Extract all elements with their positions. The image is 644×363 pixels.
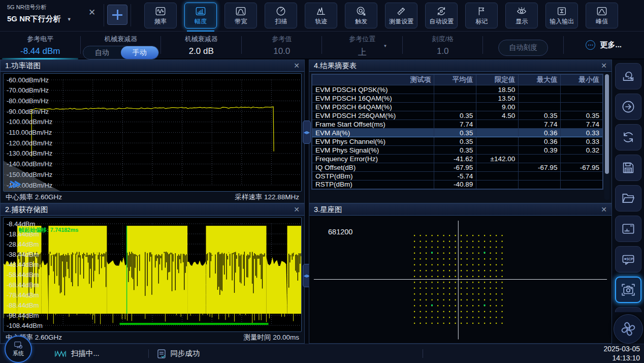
table-cell — [519, 103, 561, 111]
toolbar-button-input-output[interactable]: 输入输出 — [545, 3, 578, 28]
table-row[interactable]: OSTP(dBm)-5.74 — [312, 172, 603, 180]
scpi-command-icon: SCPI — [621, 252, 636, 267]
chevron-down-icon[interactable]: ▼ — [67, 17, 72, 22]
toolbar-button-display[interactable]: 显示 — [505, 3, 538, 28]
divider — [104, 4, 104, 26]
toolbar-button-frequency[interactable]: 频率 — [144, 3, 177, 28]
splitter-handle[interactable]: ◀▶ — [303, 120, 311, 144]
table-header-row: 测试项平均值限定值最大值最小值 — [312, 74, 603, 85]
expand-chevrons-icon[interactable]: ≫ — [8, 177, 20, 191]
toggle-option[interactable]: 手动 — [121, 46, 158, 59]
table-row[interactable]: Frequency Error(Hz)-41.62±142.00 — [312, 155, 603, 163]
table-cell: EVM Phys Channel(%) — [312, 137, 434, 146]
sidebar-button-partial[interactable] — [615, 307, 641, 312]
table-cell: OSTP(dBm) — [312, 172, 434, 180]
scan-status: 扫描中... — [54, 349, 100, 358]
panel-close-icon[interactable]: ✕ — [601, 205, 607, 214]
toolbar-buttons: 频率幅度带宽扫描轨迹触发测量设置自动设置标记显示输入输出峰值 — [144, 3, 618, 28]
table-cell: 7.74 — [519, 120, 561, 129]
param-cell-2[interactable]: 机械衰减器2.0 dB — [161, 32, 242, 58]
panel-capture-memory: 2.捕获存储图 ✕ -8.44dBm-18.44dBm-28.44dBm-38.… — [0, 203, 305, 344]
display-icon — [516, 6, 527, 17]
sidebar-button-scpi-command[interactable]: SCPI — [615, 246, 641, 273]
table-row[interactable]: EVM Phys Channel(%)0.350.360.33 — [312, 137, 603, 146]
table-row[interactable]: Frame Start Offset(ms)7.747.747.74 — [312, 120, 603, 129]
svg-text:-130.00dBm/Hz: -130.00dBm/Hz — [7, 149, 52, 157]
param-cell-0[interactable]: 参考电平-8.44 dBm — [0, 32, 81, 58]
capture-memory-plot[interactable]: -8.44dBm-18.44dBm-28.44dBm-38.44dBm-48.4… — [3, 217, 302, 332]
panel-close-icon[interactable]: ✕ — [601, 62, 607, 70]
measurement-selector[interactable]: 5G NR信号分析 5G NR下行分析 ▼ — [0, 0, 87, 24]
divider — [131, 4, 131, 26]
svg-text:-140.00dBm/Hz: -140.00dBm/Hz — [7, 160, 52, 168]
param-cell-3[interactable]: 参考值10.0 — [242, 32, 323, 58]
system-button-label: 系统 — [13, 350, 24, 357]
toolbar-button-sweep[interactable]: 扫描 — [265, 3, 297, 28]
param-label: 参考位置 — [322, 35, 403, 44]
table-row[interactable]: IQ Offset(dB)-67.95-67.95-67.95 — [312, 163, 603, 172]
sidebar-button-save-file[interactable] — [615, 155, 641, 181]
param-cell-4[interactable]: 参考位置上▼ — [322, 32, 403, 58]
table-cell: Frame Start Offset(ms) — [312, 120, 434, 129]
top-toolbar: 5G NR信号分析 5G NR下行分析 ▼ ✕ 频率幅度带宽扫描轨迹触发测量设置… — [0, 0, 644, 32]
more-button[interactable]: ⋯更多... — [564, 35, 644, 58]
add-measurement-button[interactable] — [107, 5, 127, 25]
peak-icon — [596, 6, 607, 17]
toolbar-button-measure-setup[interactable]: 测量设置 — [385, 3, 417, 28]
center-frequency-readout: 中心频率 2.60GHz — [6, 193, 62, 202]
table-row[interactable]: EVM PDSCH QPSK(%)18.50 — [312, 85, 603, 94]
table-cell — [519, 94, 561, 103]
table-row[interactable]: RSTP(dBm)-40.89 — [312, 180, 603, 189]
toolbar-button-trigger[interactable]: 触发 — [345, 3, 377, 28]
param-label: 机械衰减器 — [81, 35, 162, 44]
panel-splitter: ◀▶ ◀▶ — [305, 59, 309, 344]
toolbar-button-label: 测量设置 — [389, 17, 413, 26]
toolbar-button-bandwidth[interactable]: 带宽 — [224, 3, 257, 28]
panel-close-icon[interactable]: ✕ — [294, 62, 300, 70]
toolbar-button-auto-setup[interactable]: 自动设置 — [425, 3, 458, 28]
table-cell: 0.39 — [519, 146, 561, 155]
sync-doc-icon — [157, 349, 166, 359]
param-more[interactable]: ⋯更多... — [564, 32, 644, 58]
power-spectrum-plot[interactable]: -60.00dBm/Hz-70.00dBm/Hz-80.00dBm/Hz-90.… — [3, 73, 302, 192]
auto-scale-button[interactable]: 自动刻度 — [498, 40, 548, 56]
toolbar-button-amplitude[interactable]: 幅度 — [184, 3, 217, 28]
table-cell — [476, 120, 519, 129]
system-button[interactable]: 系统 — [5, 336, 32, 363]
attenuator-mode-toggle[interactable]: 自动手动 — [83, 46, 159, 59]
table-row[interactable]: EVM PDSCH 64QAM(%)9.00 — [312, 103, 603, 111]
toggle-option[interactable]: 自动 — [83, 46, 121, 59]
panel-close-icon[interactable]: ✕ — [294, 205, 300, 214]
constellation-plot[interactable]: 681200 — [309, 216, 611, 343]
close-measurement-icon[interactable]: ✕ — [88, 7, 95, 18]
trace-icon — [315, 6, 327, 17]
toolbar-button-label: 频率 — [154, 17, 167, 26]
sidebar-button-flower-logo[interactable] — [614, 314, 643, 344]
sidebar-button-open-folder[interactable] — [615, 185, 641, 211]
table-row[interactable]: EVM All(%)0.350.360.33 — [312, 129, 603, 137]
sidebar-button-sync-refresh[interactable] — [615, 124, 641, 150]
sidebar-button-recall-preset[interactable] — [615, 63, 641, 89]
table-row[interactable]: EVM Phys Signal(%)0.350.390.32 — [312, 146, 603, 155]
sidebar-button-display-window[interactable] — [615, 216, 641, 242]
table-cell — [434, 85, 476, 94]
divider — [423, 349, 423, 358]
table-cell — [561, 103, 603, 111]
toolbar-button-peak[interactable]: 峰值 — [586, 3, 618, 28]
sidebar-button-run-next[interactable] — [615, 94, 641, 120]
table-row[interactable]: EVM PDSCH 16QAM(%)13.50 — [312, 94, 603, 103]
table-scrollbar[interactable] — [604, 74, 609, 200]
toolbar-button-label: 带宽 — [235, 17, 247, 26]
param-cell-5[interactable]: 刻度/格1.0 — [403, 32, 484, 58]
param-cell-1[interactable]: 机械衰减器自动手动 — [81, 32, 162, 58]
table-scrollbar-thumb[interactable] — [605, 74, 609, 174]
toolbar-button-trace[interactable]: 轨迹 — [305, 3, 337, 28]
table-cell — [476, 129, 519, 137]
result-summary-table[interactable]: 测试项平均值限定值最大值最小值EVM PDSCH QPSK(%)18.50EVM… — [311, 74, 603, 190]
sidebar-button-screenshot-camera[interactable] — [615, 277, 641, 303]
table-row[interactable]: EVM PDSCH 256QAM(%)0.354.500.350.35 — [312, 111, 603, 120]
table-cell — [476, 163, 519, 172]
toolbar-button-marker[interactable]: 标记 — [465, 3, 498, 28]
table-cell — [561, 172, 603, 180]
param-cell-6[interactable]: 自动刻度 — [483, 32, 564, 58]
